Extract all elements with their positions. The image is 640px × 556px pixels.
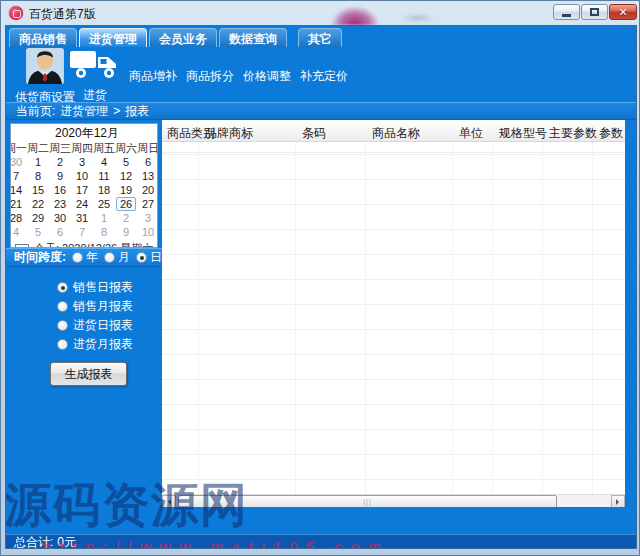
calendar-day[interactable]: 30: [50, 211, 70, 225]
report-option-label[interactable]: 进货月报表: [73, 336, 133, 353]
calendar-day-selected[interactable]: 26: [116, 197, 136, 211]
calendar-day[interactable]: 28: [10, 211, 26, 225]
tab-purchase-management[interactable]: 进货管理: [79, 28, 147, 47]
column-header-spec[interactable]: 规格型号: [499, 125, 547, 142]
calendar-day[interactable]: 29: [28, 211, 48, 225]
maximize-button[interactable]: [581, 4, 608, 20]
radio-sales-daily[interactable]: [57, 282, 68, 293]
calendar-day[interactable]: 18: [94, 183, 114, 197]
calendar-day[interactable]: 5: [28, 225, 48, 239]
calendar-day[interactable]: 3: [138, 211, 158, 225]
tab-member-business[interactable]: 会员业务: [149, 28, 217, 47]
calendar-day[interactable]: 1: [28, 155, 48, 169]
column-header-barcode[interactable]: 条码: [302, 125, 326, 142]
radio-month[interactable]: [104, 252, 115, 263]
weekday-header: 周六: [115, 141, 137, 155]
report-option-sales-monthly[interactable]: 销售月报表: [57, 298, 133, 315]
calendar-day[interactable]: 30: [10, 155, 26, 169]
calendar-day[interactable]: 13: [138, 169, 158, 183]
calendar-today-row[interactable]: 今天: 2020/12/26 星期六: [15, 241, 158, 248]
column-header-unit[interactable]: 单位: [459, 125, 483, 142]
calendar-day[interactable]: 8: [94, 225, 114, 239]
calendar-day[interactable]: 21: [10, 197, 26, 211]
calendar-day[interactable]: 31: [72, 211, 92, 225]
calendar-day[interactable]: 27: [138, 197, 158, 211]
calendar-day[interactable]: 1: [94, 211, 114, 225]
radio-sales-monthly[interactable]: [57, 301, 68, 312]
time-span-option-year[interactable]: 年: [72, 249, 98, 266]
calendar-day[interactable]: 3: [72, 155, 92, 169]
calendar-day[interactable]: 2: [116, 211, 136, 225]
calendar-day[interactable]: 25: [94, 197, 114, 211]
tab-data-query[interactable]: 数据查询: [219, 28, 287, 47]
generate-report-button[interactable]: 生成报表: [50, 362, 127, 386]
scroll-left-button[interactable]: [162, 495, 176, 507]
calendar-day[interactable]: 15: [28, 183, 48, 197]
radio-day-label[interactable]: 日: [150, 249, 162, 266]
calendar-day[interactable]: 8: [28, 169, 48, 183]
report-option-sales-daily[interactable]: 销售日报表: [57, 279, 133, 296]
calendar-day[interactable]: 16: [50, 183, 70, 197]
calendar-day[interactable]: 4: [10, 225, 26, 239]
horizontal-scrollbar[interactable]: |||: [162, 494, 625, 507]
report-option-purchase-daily[interactable]: 进货日报表: [57, 317, 133, 334]
radio-purchase-monthly[interactable]: [57, 339, 68, 350]
calendar-day[interactable]: 7: [72, 225, 92, 239]
minimize-button[interactable]: [553, 4, 580, 20]
calendar-day[interactable]: 19: [116, 183, 136, 197]
calendar-day[interactable]: 7: [10, 169, 26, 183]
report-option-label[interactable]: 销售月报表: [73, 298, 133, 315]
weekday-header: 周二: [27, 141, 49, 155]
calendar-day[interactable]: 20: [138, 183, 158, 197]
calendar-day[interactable]: 14: [10, 183, 26, 197]
calendar-day[interactable]: 6: [138, 155, 158, 169]
weekday-header: 周三: [49, 141, 71, 155]
scroll-right-button[interactable]: [611, 495, 625, 507]
calendar-day[interactable]: 23: [50, 197, 70, 211]
product-addition-button[interactable]: 商品增补: [124, 68, 182, 85]
column-header-brand[interactable]: 品牌商标: [205, 125, 253, 142]
title-bar[interactable]: 百货通第7版 ✕: [1, 1, 640, 25]
calendar-day[interactable]: 10: [138, 225, 158, 239]
close-button[interactable]: ✕: [609, 4, 637, 20]
calendar-day[interactable]: 9: [50, 169, 70, 183]
table-gridline: [295, 142, 296, 494]
calendar-day[interactable]: 11: [94, 169, 114, 183]
radio-year-label[interactable]: 年: [86, 249, 98, 266]
report-option-label[interactable]: 进货日报表: [73, 317, 133, 334]
radio-year[interactable]: [72, 252, 83, 263]
scrollbar-thumb[interactable]: |||: [178, 495, 557, 507]
calendar-day[interactable]: 17: [72, 183, 92, 197]
time-span-option-day[interactable]: 日: [136, 249, 162, 266]
tab-product-sales[interactable]: 商品销售: [9, 28, 77, 47]
calendar-day[interactable]: 2: [50, 155, 70, 169]
radio-purchase-daily[interactable]: [57, 320, 68, 331]
calendar-day[interactable]: 10: [72, 169, 92, 183]
calendar-day[interactable]: 24: [72, 197, 92, 211]
calendar-day[interactable]: 22: [28, 197, 48, 211]
report-option-label[interactable]: 销售日报表: [73, 279, 133, 296]
calendar-grid: 周一 周二 周三 周四 周五 周六 周日 30 1 2 3 4 5 6 7 8: [10, 141, 158, 239]
month-calendar[interactable]: 2020年12月 周一 周二 周三 周四 周五 周六 周日 30 1 2 3 4…: [10, 123, 158, 248]
column-header-name[interactable]: 商品名称: [372, 125, 420, 142]
close-icon: ✕: [618, 7, 627, 18]
table-gridline: [592, 142, 593, 494]
supplement-pricing-button[interactable]: 补充定价: [295, 68, 353, 85]
report-option-purchase-monthly[interactable]: 进货月报表: [57, 336, 133, 353]
time-span-option-month[interactable]: 月: [104, 249, 130, 266]
calendar-day[interactable]: 6: [50, 225, 70, 239]
calendar-day[interactable]: 4: [94, 155, 114, 169]
column-header-param[interactable]: 参数: [599, 125, 623, 142]
weekday-header: 周一: [10, 141, 27, 155]
calendar-day[interactable]: 9: [116, 225, 136, 239]
purchase-button[interactable]: 进货: [64, 48, 126, 104]
price-adjust-button[interactable]: 价格调整: [238, 68, 296, 85]
calendar-day[interactable]: 12: [116, 169, 136, 183]
tab-other[interactable]: 其它: [298, 28, 342, 47]
product-split-button[interactable]: 商品拆分: [181, 68, 239, 85]
radio-month-label[interactable]: 月: [118, 249, 130, 266]
column-header-mainparam[interactable]: 主要参数: [549, 125, 597, 142]
calendar-day[interactable]: 5: [116, 155, 136, 169]
weekday-header: 周四: [71, 141, 93, 155]
radio-day[interactable]: [136, 252, 147, 263]
